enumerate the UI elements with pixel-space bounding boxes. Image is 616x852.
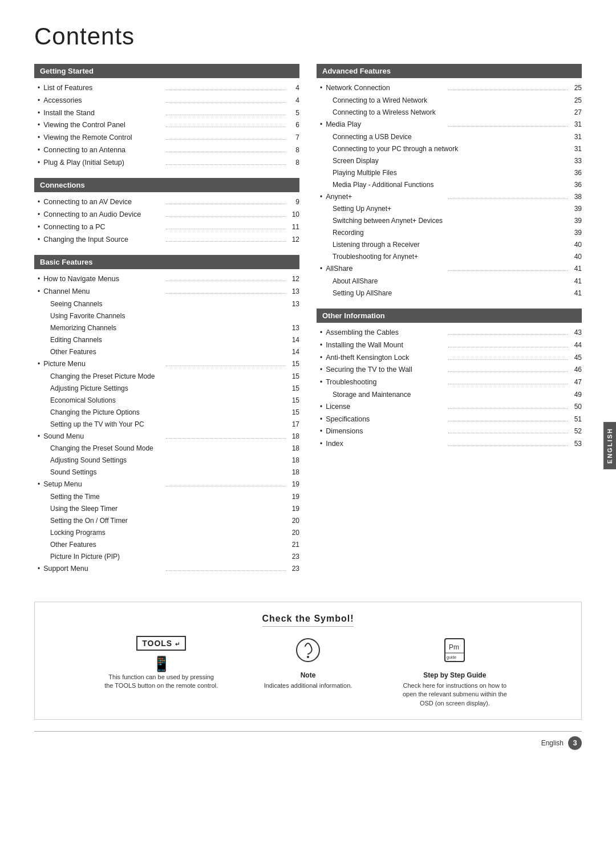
toc-item: Index53 [317,439,582,449]
toc-sub-label: Media Play - Additional Functions [333,180,570,190]
toc-item: Support Menu23 [34,563,299,574]
toc-sub-page-num: 20 [288,516,299,526]
toc-item-label: Anynet+ [326,192,445,202]
toc-dots [166,204,286,204]
toc-sub-label: Connecting to a Wireless Network [333,107,570,117]
toc-sub-page-num: 19 [288,504,299,514]
toc-sub-page-num: 39 [570,204,582,214]
toc-item: Sound Menu18 [34,431,299,442]
toc-page-num: 8 [288,157,299,168]
toc-sub-page-num: 18 [288,443,299,453]
toc-sub-label: Seeing Channels [50,299,288,309]
toc-dots [448,334,568,335]
toc-sub-label: Connecting a USB Device [333,132,570,142]
toc-sub-page-num: 15 [288,395,299,405]
check-symbol-title: Check the Symbol! [52,614,564,627]
toc-sub-page-num: 13 [288,323,299,333]
toc-dots [166,438,286,439]
section-header-basic-features: Basic Features [34,255,299,269]
toc-page-num: 12 [288,274,299,284]
page-number: 3 [568,736,582,750]
toc-sub-page-num: 15 [288,407,299,417]
toc-item: Setting Up Anynet+39 [317,204,582,214]
toc-item: Plug & Play (Initial Setup)8 [34,157,299,168]
toc-sub-page-num: 41 [570,276,582,286]
toc-item: Securing the TV to the Wall46 [317,364,582,375]
toc-sub-page-num: 36 [570,168,582,178]
toc-sub-label: Recording [333,228,570,238]
toc-sub-label: Screen Display [333,156,570,166]
toc-item: Locking Programs20 [34,528,299,538]
toc-item: Setting Up AllShare41 [317,288,582,298]
note-icon [294,636,322,668]
toc-sub-page-num: 40 [570,240,582,250]
toc-sub-label: Connecting to your PC through a network [333,144,570,154]
svg-text:Pm: Pm [449,643,459,651]
toc-item: Setting the On / Off Timer20 [34,516,299,526]
footer-language: English [541,739,564,747]
toc-dots [166,216,286,217]
toc-item: Sound Settings18 [34,467,299,477]
toc-item: Network Connection25 [317,83,582,94]
toc-page-num: 8 [288,145,299,155]
toc-dots [448,359,568,360]
toc-page-num: 4 [288,83,299,93]
toc-page-num: 9 [288,197,299,207]
toc-sub-page-num: 31 [570,144,582,154]
toc-sub-label: Changing the Picture Options [50,407,288,417]
toc-item-label: Troubleshooting [326,377,445,388]
toc-page-num: 10 [288,209,299,220]
toc-item: Connecting to a Wireless Network27 [317,107,582,117]
toc-item: Media Play31 [317,119,582,130]
toc-page-num: 4 [288,95,299,106]
toc-sub-page-num: 18 [288,455,299,465]
toc-sub-label: Sound Settings [50,467,288,477]
toc-item: Switching between Anynet+ Devices39 [317,216,582,226]
toc-item: Other Features14 [34,347,299,357]
toc-page-num: 41 [570,263,582,274]
toc-item: Connecting to a Wired Network25 [317,95,582,106]
toc-item: Adjusting Picture Settings15 [34,383,299,393]
toc-sub-page-num: 27 [570,107,582,117]
toc-dots [166,139,286,140]
toc-sub-page-num: 19 [288,492,299,502]
toc-page-num: 43 [570,327,582,338]
toc-sub-page-num: 15 [288,371,299,382]
toc-page-num: 52 [570,426,582,436]
toc-sub-label: Connecting to a Wired Network [333,95,570,106]
page-title: Contents [34,23,582,50]
toc-sub-page-num: 25 [570,95,582,106]
note-desc: Indicates additional information. [264,681,352,690]
toc-item: Listening through a Receiver40 [317,240,582,250]
toc-item: Dimensions52 [317,426,582,437]
toc-dots [166,127,286,127]
toc-sub-label: Storage and Maintenance [333,390,570,400]
toc-item: Adjusting Sound Settings18 [34,455,299,465]
toc-page-num: 44 [570,340,582,350]
tools-icon-group: TOOLS ↵ 📱 [136,636,186,673]
svg-text:guide: guide [447,655,456,660]
toc-item-label: Dimensions [326,426,445,437]
toc-sub-page-num: 14 [288,335,299,345]
toc-page-num: 50 [570,401,582,412]
toc-sub-label: Setting Up Anynet+ [333,204,570,214]
right-column: Advanced FeaturesNetwork Connection25Con… [317,64,582,585]
toc-dots [166,366,286,366]
remote-icon: 📱 [152,655,171,673]
toc-item: Picture Menu15 [34,359,299,370]
step-by-step-icon: Pm guide [440,636,469,668]
toc-dots [166,486,286,486]
toc-item: About AllShare41 [317,276,582,286]
toc-sub-label: Listening through a Receiver [333,240,570,250]
toc-dots [448,371,568,372]
toc-page-num: 38 [570,192,582,202]
toc-item-label: License [326,401,445,412]
toc-dots [448,126,568,127]
toc-sub-label: Adjusting Picture Settings [50,383,288,393]
toc-dots [166,102,286,103]
toc-item: Playing Multiple Files36 [317,168,582,178]
toc-sub-label: Locking Programs [50,528,288,538]
english-language-tab: ENGLISH [603,422,616,469]
toc-page-num: 46 [570,364,582,375]
toc-item: How to Navigate Menus12 [34,274,299,285]
